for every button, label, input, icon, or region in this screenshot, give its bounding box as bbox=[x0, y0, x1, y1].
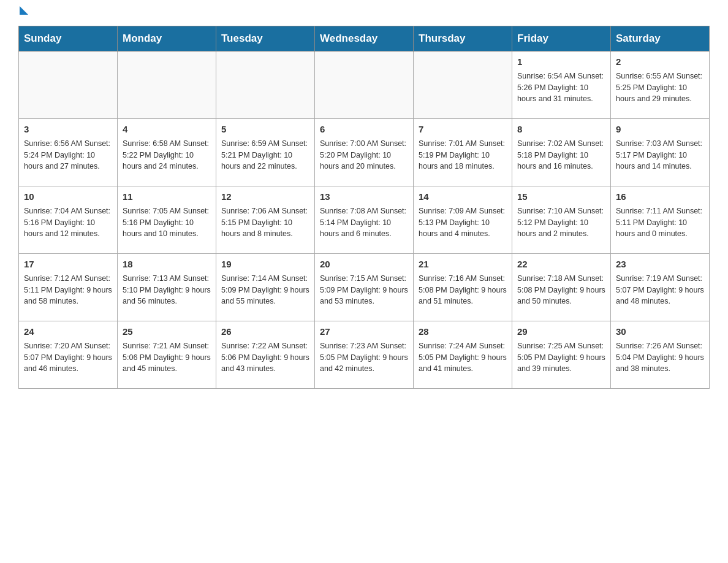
calendar-cell: 17Sunrise: 7:12 AM Sunset: 5:11 PM Dayli… bbox=[19, 254, 118, 321]
day-detail: Sunrise: 7:06 AM Sunset: 5:15 PM Dayligh… bbox=[221, 205, 309, 240]
day-detail: Sunrise: 7:00 AM Sunset: 5:20 PM Dayligh… bbox=[320, 138, 408, 172]
day-detail: Sunrise: 6:54 AM Sunset: 5:26 PM Dayligh… bbox=[517, 71, 605, 105]
calendar-week-row: 3Sunrise: 6:56 AM Sunset: 5:24 PM Daylig… bbox=[19, 119, 710, 186]
day-number: 9 bbox=[616, 123, 704, 136]
calendar-header-tuesday: Tuesday bbox=[216, 26, 315, 52]
day-number: 19 bbox=[221, 258, 309, 271]
day-number: 21 bbox=[419, 258, 507, 271]
calendar-cell: 20Sunrise: 7:15 AM Sunset: 5:09 PM Dayli… bbox=[315, 254, 414, 321]
day-detail: Sunrise: 7:01 AM Sunset: 5:19 PM Dayligh… bbox=[419, 138, 507, 172]
day-detail: Sunrise: 7:22 AM Sunset: 5:06 PM Dayligh… bbox=[221, 340, 309, 375]
day-detail: Sunrise: 7:25 AM Sunset: 5:05 PM Dayligh… bbox=[517, 340, 605, 375]
calendar-cell bbox=[216, 52, 315, 119]
day-detail: Sunrise: 6:58 AM Sunset: 5:22 PM Dayligh… bbox=[123, 138, 211, 172]
calendar-cell bbox=[118, 52, 216, 119]
calendar-cell: 22Sunrise: 7:18 AM Sunset: 5:08 PM Dayli… bbox=[512, 254, 611, 321]
calendar-week-row: 10Sunrise: 7:04 AM Sunset: 5:16 PM Dayli… bbox=[19, 186, 710, 254]
day-detail: Sunrise: 7:05 AM Sunset: 5:16 PM Dayligh… bbox=[123, 205, 211, 240]
day-number: 28 bbox=[419, 325, 507, 339]
day-detail: Sunrise: 7:21 AM Sunset: 5:06 PM Dayligh… bbox=[123, 340, 211, 375]
day-number: 4 bbox=[123, 123, 211, 136]
day-number: 7 bbox=[419, 123, 507, 136]
day-detail: Sunrise: 7:08 AM Sunset: 5:14 PM Dayligh… bbox=[320, 205, 408, 240]
day-detail: Sunrise: 7:10 AM Sunset: 5:12 PM Dayligh… bbox=[517, 205, 605, 240]
calendar-header-wednesday: Wednesday bbox=[315, 26, 414, 52]
calendar-header-saturday: Saturday bbox=[611, 26, 710, 52]
day-number: 13 bbox=[320, 190, 408, 204]
day-detail: Sunrise: 7:19 AM Sunset: 5:07 PM Dayligh… bbox=[616, 273, 704, 307]
calendar-cell: 12Sunrise: 7:06 AM Sunset: 5:15 PM Dayli… bbox=[216, 186, 315, 254]
day-number: 2 bbox=[616, 55, 704, 69]
calendar-cell: 26Sunrise: 7:22 AM Sunset: 5:06 PM Dayli… bbox=[216, 321, 315, 389]
day-detail: Sunrise: 7:18 AM Sunset: 5:08 PM Dayligh… bbox=[517, 273, 605, 307]
calendar-header-thursday: Thursday bbox=[414, 26, 512, 52]
day-detail: Sunrise: 7:04 AM Sunset: 5:16 PM Dayligh… bbox=[24, 205, 112, 240]
calendar-header-friday: Friday bbox=[512, 26, 611, 52]
day-number: 17 bbox=[24, 258, 112, 271]
day-detail: Sunrise: 7:14 AM Sunset: 5:09 PM Dayligh… bbox=[221, 273, 309, 307]
day-detail: Sunrise: 7:12 AM Sunset: 5:11 PM Dayligh… bbox=[24, 273, 112, 307]
calendar-cell: 2Sunrise: 6:55 AM Sunset: 5:25 PM Daylig… bbox=[611, 52, 710, 119]
calendar-cell: 6Sunrise: 7:00 AM Sunset: 5:20 PM Daylig… bbox=[315, 119, 414, 186]
calendar-cell: 24Sunrise: 7:20 AM Sunset: 5:07 PM Dayli… bbox=[19, 321, 118, 389]
calendar-cell: 25Sunrise: 7:21 AM Sunset: 5:06 PM Dayli… bbox=[118, 321, 216, 389]
day-number: 25 bbox=[123, 325, 211, 339]
calendar-cell: 30Sunrise: 7:26 AM Sunset: 5:04 PM Dayli… bbox=[611, 321, 710, 389]
calendar-cell: 1Sunrise: 6:54 AM Sunset: 5:26 PM Daylig… bbox=[512, 52, 611, 119]
calendar-week-row: 17Sunrise: 7:12 AM Sunset: 5:11 PM Dayli… bbox=[19, 254, 710, 321]
day-detail: Sunrise: 6:59 AM Sunset: 5:21 PM Dayligh… bbox=[221, 138, 309, 172]
day-number: 15 bbox=[517, 190, 605, 204]
day-detail: Sunrise: 7:15 AM Sunset: 5:09 PM Dayligh… bbox=[320, 273, 408, 307]
day-detail: Sunrise: 7:13 AM Sunset: 5:10 PM Dayligh… bbox=[123, 273, 211, 307]
calendar-cell: 15Sunrise: 7:10 AM Sunset: 5:12 PM Dayli… bbox=[512, 186, 611, 254]
calendar-cell: 8Sunrise: 7:02 AM Sunset: 5:18 PM Daylig… bbox=[512, 119, 611, 186]
day-number: 1 bbox=[517, 55, 605, 69]
day-number: 8 bbox=[517, 123, 605, 136]
day-detail: Sunrise: 7:02 AM Sunset: 5:18 PM Dayligh… bbox=[517, 138, 605, 172]
day-detail: Sunrise: 7:20 AM Sunset: 5:07 PM Dayligh… bbox=[24, 340, 112, 375]
calendar-header-monday: Monday bbox=[118, 26, 216, 52]
day-number: 5 bbox=[221, 123, 309, 136]
day-detail: Sunrise: 7:09 AM Sunset: 5:13 PM Dayligh… bbox=[419, 205, 507, 240]
calendar-cell: 4Sunrise: 6:58 AM Sunset: 5:22 PM Daylig… bbox=[118, 119, 216, 186]
day-number: 3 bbox=[24, 123, 112, 136]
calendar-table: SundayMondayTuesdayWednesdayThursdayFrid… bbox=[18, 26, 710, 389]
day-number: 10 bbox=[24, 190, 112, 204]
day-number: 20 bbox=[320, 258, 408, 271]
calendar-cell: 19Sunrise: 7:14 AM Sunset: 5:09 PM Dayli… bbox=[216, 254, 315, 321]
day-detail: Sunrise: 7:24 AM Sunset: 5:05 PM Dayligh… bbox=[419, 340, 507, 375]
day-number: 23 bbox=[616, 258, 704, 271]
calendar-cell: 11Sunrise: 7:05 AM Sunset: 5:16 PM Dayli… bbox=[118, 186, 216, 254]
day-number: 24 bbox=[24, 325, 112, 339]
calendar-cell: 27Sunrise: 7:23 AM Sunset: 5:05 PM Dayli… bbox=[315, 321, 414, 389]
calendar-cell: 21Sunrise: 7:16 AM Sunset: 5:08 PM Dayli… bbox=[414, 254, 512, 321]
calendar-cell bbox=[19, 52, 118, 119]
calendar-cell: 5Sunrise: 6:59 AM Sunset: 5:21 PM Daylig… bbox=[216, 119, 315, 186]
calendar-cell: 3Sunrise: 6:56 AM Sunset: 5:24 PM Daylig… bbox=[19, 119, 118, 186]
day-number: 30 bbox=[616, 325, 704, 339]
day-number: 22 bbox=[517, 258, 605, 271]
calendar-cell: 28Sunrise: 7:24 AM Sunset: 5:05 PM Dayli… bbox=[414, 321, 512, 389]
day-number: 18 bbox=[123, 258, 211, 271]
calendar-header-sunday: Sunday bbox=[19, 26, 118, 52]
day-detail: Sunrise: 7:26 AM Sunset: 5:04 PM Dayligh… bbox=[616, 340, 704, 375]
logo-triangle-icon bbox=[20, 6, 28, 15]
day-detail: Sunrise: 7:16 AM Sunset: 5:08 PM Dayligh… bbox=[419, 273, 507, 307]
day-number: 27 bbox=[320, 325, 408, 339]
calendar-cell: 9Sunrise: 7:03 AM Sunset: 5:17 PM Daylig… bbox=[611, 119, 710, 186]
calendar-cell: 14Sunrise: 7:09 AM Sunset: 5:13 PM Dayli… bbox=[414, 186, 512, 254]
logo bbox=[18, 12, 28, 15]
day-detail: Sunrise: 7:11 AM Sunset: 5:11 PM Dayligh… bbox=[616, 205, 704, 240]
day-detail: Sunrise: 7:03 AM Sunset: 5:17 PM Dayligh… bbox=[616, 138, 704, 172]
day-number: 11 bbox=[123, 190, 211, 204]
page-header bbox=[18, 12, 710, 15]
day-detail: Sunrise: 7:23 AM Sunset: 5:05 PM Dayligh… bbox=[320, 340, 408, 375]
day-detail: Sunrise: 6:55 AM Sunset: 5:25 PM Dayligh… bbox=[616, 71, 704, 105]
calendar-header-row: SundayMondayTuesdayWednesdayThursdayFrid… bbox=[19, 26, 710, 52]
day-number: 6 bbox=[320, 123, 408, 136]
calendar-week-row: 24Sunrise: 7:20 AM Sunset: 5:07 PM Dayli… bbox=[19, 321, 710, 389]
calendar-cell: 7Sunrise: 7:01 AM Sunset: 5:19 PM Daylig… bbox=[414, 119, 512, 186]
calendar-week-row: 1Sunrise: 6:54 AM Sunset: 5:26 PM Daylig… bbox=[19, 52, 710, 119]
day-number: 16 bbox=[616, 190, 704, 204]
calendar-cell: 10Sunrise: 7:04 AM Sunset: 5:16 PM Dayli… bbox=[19, 186, 118, 254]
